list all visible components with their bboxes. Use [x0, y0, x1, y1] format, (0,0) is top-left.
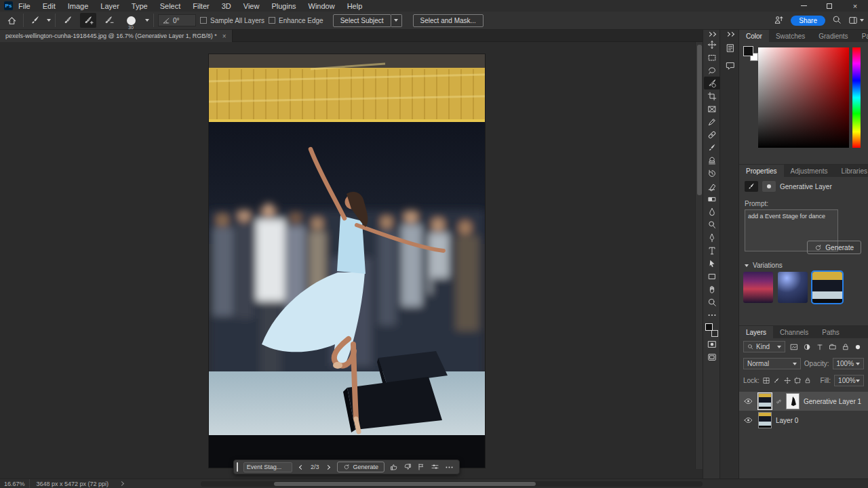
menu-select[interactable]: Select — [160, 2, 181, 10]
lock-all-icon[interactable] — [804, 377, 811, 384]
menu-3d[interactable]: 3D — [222, 2, 231, 10]
opacity-select[interactable]: 100% — [833, 358, 865, 369]
filter-image-icon[interactable] — [790, 343, 798, 351]
foreground-background-colors[interactable] — [704, 323, 720, 338]
taskbar-drag-handle[interactable] — [237, 462, 238, 472]
menu-filter[interactable]: Filter — [193, 2, 209, 10]
pasteboard[interactable] — [0, 42, 695, 479]
canvas-image[interactable] — [209, 54, 485, 468]
crop-tool[interactable] — [704, 89, 720, 102]
menu-layer[interactable]: Layer — [100, 2, 119, 10]
dock-collapse-icon[interactable] — [722, 30, 738, 38]
share-button[interactable]: Share — [791, 16, 825, 26]
gradient-tool[interactable] — [704, 192, 720, 205]
filter-smart-object-icon[interactable] — [842, 343, 850, 351]
eraser-tool[interactable] — [704, 180, 720, 192]
new-selection-mode-button[interactable] — [60, 13, 76, 28]
brush-options-chevron-icon[interactable] — [145, 19, 149, 22]
dodge-tool[interactable] — [704, 218, 720, 231]
tool-preset-icon[interactable] — [28, 13, 43, 28]
visibility-eye-icon[interactable] — [742, 398, 754, 405]
move-tool[interactable] — [704, 38, 720, 51]
menu-window[interactable]: Window — [309, 2, 335, 10]
flag-icon[interactable] — [417, 463, 425, 471]
tab-layers[interactable]: Layers — [739, 326, 773, 338]
taskbar-generate-button[interactable]: Generate — [337, 462, 384, 472]
variation-thumbnail-2[interactable] — [778, 272, 808, 303]
contextual-taskbar[interactable]: 2/3 Generate — [233, 460, 460, 474]
tab-swatches[interactable]: Swatches — [769, 30, 812, 42]
frame-tool[interactable] — [704, 102, 720, 115]
menu-help[interactable]: Help — [347, 2, 363, 10]
color-swatch-pair[interactable] — [743, 46, 758, 61]
variation-thumbnail-1[interactable] — [743, 272, 773, 303]
export-icon[interactable] — [774, 15, 784, 26]
home-icon[interactable] — [4, 13, 19, 28]
fill-select[interactable]: 100% — [834, 375, 864, 386]
menu-plugins[interactable]: Plugins — [271, 2, 296, 10]
brush-tool[interactable] — [704, 141, 720, 154]
tab-adjustments[interactable]: Adjustments — [784, 165, 835, 177]
close-button[interactable]: × — [842, 0, 868, 12]
document-tab[interactable]: pexels-wellington-cunha-1918445.jpg @ 16… — [0, 30, 233, 42]
visibility-eye-icon[interactable] — [742, 417, 754, 424]
filter-shape-icon[interactable] — [829, 343, 837, 351]
search-icon[interactable] — [832, 15, 842, 26]
properties-toggle-icon[interactable] — [431, 463, 439, 471]
minimize-button[interactable] — [791, 0, 816, 12]
filter-adjustment-icon[interactable] — [803, 343, 811, 351]
brush-angle-field[interactable]: 0° — [158, 14, 196, 26]
lock-paint-icon[interactable] — [773, 377, 780, 384]
background-color-chip[interactable] — [711, 330, 718, 337]
lasso-tool[interactable] — [704, 64, 720, 77]
toolbar-collapse-icon[interactable] — [703, 30, 719, 38]
foreground-color-chip[interactable] — [705, 323, 713, 331]
tab-color[interactable]: Color — [739, 30, 769, 42]
lock-transparent-icon[interactable] — [763, 377, 770, 384]
foreground-swatch[interactable] — [743, 46, 753, 56]
select-subject-button[interactable]: Select Subject — [333, 14, 391, 27]
lock-artboard-icon[interactable] — [794, 377, 801, 384]
menu-file[interactable]: File — [18, 2, 31, 10]
object-selection-tool[interactable] — [704, 77, 720, 89]
thumbs-down-icon[interactable] — [403, 463, 412, 471]
saturation-brightness-picker[interactable] — [758, 47, 849, 148]
comments-icon[interactable] — [723, 58, 738, 73]
filter-kind-select[interactable]: Kind — [743, 341, 785, 352]
workspace-switcher[interactable] — [848, 16, 864, 25]
filter-type-icon[interactable] — [816, 343, 824, 351]
layer-mask-thumbnail[interactable] — [786, 393, 800, 409]
menu-edit[interactable]: Edit — [43, 2, 56, 10]
subtract-from-selection-mode-button[interactable] — [100, 13, 117, 28]
tab-properties[interactable]: Properties — [739, 165, 784, 177]
next-variation-button[interactable] — [324, 466, 332, 469]
layer-thumbnail[interactable] — [758, 393, 772, 409]
zoom-tool[interactable] — [704, 296, 720, 308]
blend-mode-select[interactable]: Normal — [743, 358, 801, 369]
menu-view[interactable]: View — [243, 2, 260, 10]
type-tool[interactable] — [704, 244, 720, 257]
variations-header[interactable]: Variations — [745, 262, 783, 269]
more-options-icon[interactable] — [445, 466, 454, 469]
zoom-level[interactable]: 16.67% — [0, 479, 30, 488]
previous-variation-button[interactable] — [298, 466, 305, 469]
generate-button[interactable]: Generate — [807, 241, 861, 254]
hue-slider[interactable] — [852, 47, 861, 148]
horizontal-scrollbar-thumb[interactable] — [274, 482, 536, 486]
healing-brush-tool[interactable] — [704, 128, 720, 141]
menu-image[interactable]: Image — [68, 2, 89, 10]
screen-mode-button[interactable] — [704, 350, 720, 363]
select-and-mask-button[interactable]: Select and Mask... — [413, 14, 484, 27]
horizontal-scrollbar[interactable] — [201, 481, 703, 487]
variation-thumbnail-3-selected[interactable] — [812, 272, 842, 303]
taskbar-prompt-input[interactable] — [243, 462, 292, 472]
tab-channels[interactable]: Channels — [773, 326, 815, 338]
vertical-scrollbar-thumb[interactable] — [697, 45, 702, 195]
layer-row-generative[interactable]: Generative Layer 1 — [739, 392, 868, 411]
mask-link-icon[interactable] — [776, 399, 782, 405]
select-subject-dropdown[interactable] — [391, 14, 402, 27]
path-selection-tool[interactable] — [704, 257, 720, 270]
marquee-tool[interactable] — [704, 51, 720, 64]
tab-gradients[interactable]: Gradients — [812, 30, 854, 42]
eyedropper-tool[interactable] — [704, 115, 720, 128]
